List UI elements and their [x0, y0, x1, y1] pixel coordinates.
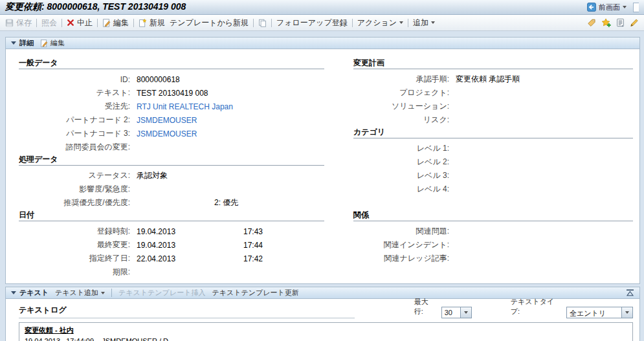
field-value-time: 17:43: [243, 227, 263, 236]
max-rows-label: 最大行:: [414, 297, 437, 316]
back-button-label: 前画面: [599, 3, 620, 12]
actions-button[interactable]: アクション: [357, 17, 403, 28]
add-caret-icon: [431, 21, 435, 24]
add-text-caret-icon: [101, 292, 105, 294]
field-row-created: 登録時刻: 19.04.2013 17:43: [19, 225, 324, 238]
insert-text-template-button[interactable]: テキストテンプレート挿入: [118, 288, 205, 298]
text-panel-title[interactable]: テキスト: [11, 288, 49, 298]
field-row-related-knowledge-articles: 関連ナレッジ記事:: [353, 252, 633, 265]
display-button[interactable]: 照会: [41, 17, 57, 28]
section-title-change-plan: 変更計画: [353, 58, 633, 69]
field-value: 承認対象: [137, 170, 168, 181]
max-rows-value: 30: [442, 307, 460, 318]
toolbar-separator: [133, 19, 134, 27]
pencil-icon[interactable]: [630, 18, 639, 27]
field-row-level-1: レベル 1:: [353, 142, 633, 155]
field-label: 関連インシデント:: [353, 239, 449, 250]
field-value-link[interactable]: RTJ Unit REALTECH Japan: [137, 102, 233, 111]
back-icon: [587, 3, 596, 12]
main-toolbar: 保存 照会 中止 編集 新規 テンプレートから新規 フォローアップ登録: [0, 15, 644, 31]
field-label: ステータス:: [19, 170, 130, 181]
dropdown-button[interactable]: [460, 307, 471, 318]
edit-pencil-icon: [102, 19, 111, 27]
toolbar-separator: [352, 19, 353, 27]
field-row-sold-to-party: 受注先: RTJ Unit REALTECH Japan: [19, 100, 324, 113]
collapse-caret-icon: [11, 291, 16, 294]
field-label: リスク:: [353, 115, 449, 126]
text-entry-type-link[interactable]: 変更依頼 - 社内: [25, 325, 627, 335]
add-text-button[interactable]: テキスト追加: [55, 288, 105, 298]
create-from-template-button[interactable]: テンプレートから新規: [170, 17, 249, 28]
notes-icon[interactable]: [616, 18, 625, 27]
field-value-2: 2: 優先: [214, 197, 238, 208]
field-label: プロジェクト:: [353, 87, 449, 98]
favorite-add-icon[interactable]: [601, 18, 611, 28]
window-edge-button[interactable]: [633, 3, 639, 12]
field-value: 8000000618: [137, 75, 180, 84]
text-type-value: 全エントリ: [567, 307, 621, 318]
field-value-time: 17:44: [243, 241, 263, 250]
collapse-caret-icon: [11, 41, 16, 45]
chevron-down-icon: [625, 311, 629, 314]
actions-caret-icon: [399, 21, 403, 24]
field-row-approval-procedure: 承認手順: 変更依頼 承認手順: [353, 72, 633, 86]
edit-button[interactable]: 編集: [102, 17, 129, 28]
field-value-link[interactable]: JSMDEMOUSER: [137, 129, 197, 138]
field-label: レベル 2:: [353, 157, 449, 168]
copy-button[interactable]: [258, 19, 267, 27]
field-label: 関連問題:: [353, 226, 449, 237]
field-label: レベル 4:: [353, 184, 449, 195]
update-text-template-button[interactable]: テキストテンプレート更新: [212, 288, 298, 298]
new-document-icon: [139, 19, 147, 27]
field-row-due-date: 期限:: [19, 265, 324, 279]
save-button[interactable]: 保存: [5, 17, 32, 28]
add-button[interactable]: 追加: [413, 17, 435, 28]
field-value: 19.04.2013: [137, 241, 243, 250]
detail-panel-title[interactable]: 詳細: [11, 38, 34, 48]
field-label: 承認手順:: [353, 74, 449, 85]
page-title: 変更依頼: 8000000618, TEST 20130419 008: [5, 1, 587, 13]
title-bar: 変更依頼: 8000000618, TEST 20130419 008 前画面: [0, 0, 644, 15]
back-button[interactable]: 前画面: [587, 3, 627, 12]
field-row-last-changed: 最終変更: 19.04.2013 17:44: [19, 238, 324, 252]
toolbar-separator: [61, 19, 62, 27]
field-row-status: ステータス: 承認対象: [19, 169, 324, 182]
text-log-entry: 変更依頼 - 社内 19.04.2013 17:44:09 JSMDEMOUSE…: [19, 322, 633, 341]
cancel-x-icon: [67, 19, 74, 27]
field-row-id: ID: 8000000618: [19, 72, 324, 86]
text-log-controls-row: テキストログ 最大行: 30 テキストタイプ: 全エントリ: [19, 304, 633, 318]
section-title-dates: 日付: [19, 210, 324, 221]
tag-icon[interactable]: [587, 18, 596, 27]
section-title-processing: 処理データ: [19, 154, 324, 166]
followup-button[interactable]: フォローアップ登録: [276, 17, 348, 28]
field-value-link[interactable]: JSMDEMOUSER: [137, 116, 197, 125]
dropdown-button[interactable]: [621, 307, 632, 318]
field-row-level-3: レベル 3:: [353, 169, 633, 182]
max-rows-select[interactable]: 30: [441, 307, 472, 318]
field-value: 変更依頼 承認手順: [456, 74, 520, 85]
field-row-priority: 推奨優先度/優先度: 2: 優先: [19, 196, 324, 210]
detail-right-column: 変更計画 承認手順: 変更依頼 承認手順 プロジェクト: ソリューション: リス…: [353, 58, 633, 279]
detail-edit-button[interactable]: 編集: [40, 38, 65, 48]
chevron-down-icon: [464, 311, 468, 314]
text-entry-meta: 19.04.2013 17:44:09 JSMDEMOUSER / D-: [25, 337, 627, 341]
field-row-related-problems: 関連問題:: [353, 225, 633, 238]
text-type-select[interactable]: 全エントリ: [566, 307, 633, 318]
panel-collapse-icon[interactable]: [626, 289, 634, 296]
section-title-general: 一般データ: [19, 58, 324, 69]
field-row-solution: ソリューション:: [353, 100, 633, 113]
section-title-category: カテゴリ: [353, 127, 633, 138]
cancel-button[interactable]: 中止: [67, 17, 93, 28]
field-row-requested-end: 指定終了日: 22.04.2013 17:42: [19, 252, 324, 265]
field-label: レベル 1:: [353, 143, 449, 154]
field-label: 関連ナレッジ記事:: [353, 253, 449, 264]
field-label: 諮問委員会の変更:: [19, 142, 130, 153]
create-button[interactable]: 新規: [139, 17, 165, 28]
copy-icon: [258, 19, 267, 27]
field-row-impact-urgency: 影響度/緊急度:: [19, 182, 324, 196]
field-row-related-incidents: 関連インシデント:: [353, 238, 633, 252]
back-menu-caret-icon[interactable]: [623, 6, 627, 8]
field-row-project: プロジェクト:: [353, 86, 633, 100]
detail-panel-body: 一般データ ID: 8000000618 テキスト: TEST 20130419…: [6, 49, 639, 279]
detail-left-column: 一般データ ID: 8000000618 テキスト: TEST 20130419…: [19, 58, 324, 279]
